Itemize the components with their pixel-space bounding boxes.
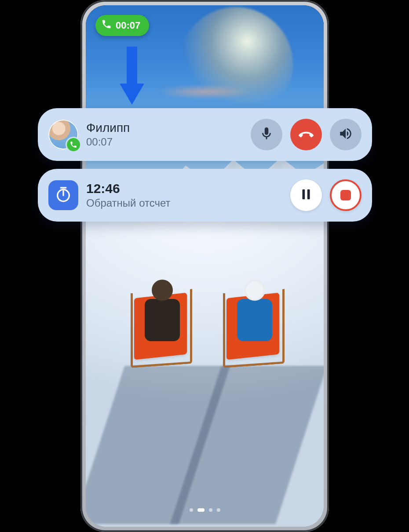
call-info: Филипп 00:07 [86,121,243,148]
person-chair-right [218,287,292,370]
timer-label: Обратный отсчет [86,197,282,209]
person-chair-left [125,287,200,370]
phone-frame: 00:07 [80,0,329,532]
phone-down-icon [299,126,314,143]
mic-icon [259,126,274,143]
speaker-button[interactable] [330,119,362,150]
caller-avatar[interactable] [48,120,78,149]
caller-name: Филипп [86,121,243,135]
phone-icon [102,19,111,32]
timer-app-icon [48,180,78,210]
hang-up-button[interactable] [290,119,322,150]
page-indicator[interactable] [190,508,220,512]
pause-button[interactable] [290,179,322,211]
active-call-pill[interactable]: 00:07 [95,15,149,36]
call-notification[interactable]: Филипп 00:07 [38,108,372,161]
timer-notification[interactable]: 12:46 Обратный отсчет [38,169,372,222]
timer-info: 12:46 Обратный отсчет [86,181,282,209]
timer-time: 12:46 [86,181,282,196]
lens-flare [157,84,253,99]
call-duration: 00:07 [86,136,243,148]
sun-flare [179,7,293,121]
mute-button[interactable] [251,119,282,150]
speaker-icon [338,126,353,143]
stop-button[interactable] [330,179,362,211]
pause-icon [299,187,314,204]
wallpaper [86,5,324,527]
phone-screen: 00:07 [86,5,324,527]
svg-rect-2 [307,189,310,200]
timer-icon [55,186,72,205]
stop-icon [340,190,351,200]
call-pill-duration: 00:07 [116,20,140,31]
svg-rect-1 [303,189,305,200]
phone-badge-icon [67,138,80,151]
